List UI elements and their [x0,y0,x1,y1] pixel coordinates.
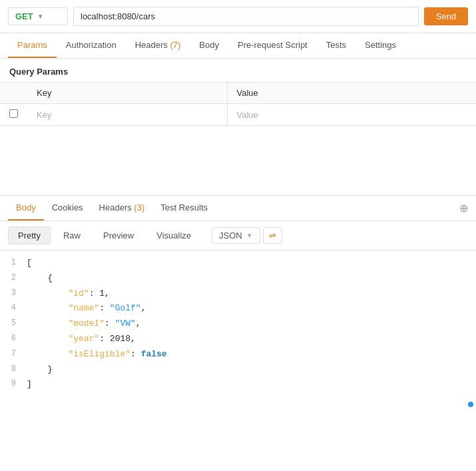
response-tab-cookies[interactable]: Cookies [44,196,91,221]
row-checkbox[interactable] [0,104,27,126]
line-content: "name": "Golf", [27,302,476,316]
wrap-button[interactable]: ⇌ [263,227,282,244]
format-tab-raw[interactable]: Raw [53,227,91,244]
bottom-indicator [0,398,476,408]
line-number: 1 [0,256,27,269]
line-number: 2 [0,272,27,284]
format-tabs-row: Pretty Raw Preview Visualize JSON ▼ ⇌ [0,221,476,250]
status-dot [468,402,473,407]
line-content: [ [27,256,476,270]
line-number: 9 [0,378,27,390]
code-line-5: 5 "model": "VW", [0,316,476,332]
line-content: "id": 1, [27,287,476,301]
tab-settings[interactable]: Settings [356,33,405,58]
params-table: Key Value Key Value [0,82,476,126]
send-button[interactable]: Send [424,7,468,25]
line-number: 6 [0,332,27,345]
line-content: "year": 2018, [27,332,476,346]
code-area: 1 [ 2 { 3 "id": 1, 4 "name": "Golf", 5 "… [0,250,476,398]
param-key-cell[interactable]: Key [27,104,227,126]
line-number: 3 [0,287,27,300]
response-tabs: Body Cookies Headers (3) Test Results ⊕ [0,196,476,221]
response-tabs-right: ⊕ [459,202,468,215]
code-line-4: 4 "name": "Golf", [0,301,476,316]
line-content: "model": "VW", [27,317,476,331]
line-content: ] [27,378,476,392]
tab-tests[interactable]: Tests [317,33,356,58]
key-col-header: Key [27,83,227,104]
format-tab-pretty[interactable]: Pretty [8,227,51,244]
format-tab-preview[interactable]: Preview [93,227,144,244]
table-row: Key Value [0,104,476,126]
tab-pre-request-script[interactable]: Pre-request Script [228,33,317,58]
request-tabs: Params Authorization Headers (7) Body Pr… [0,33,476,59]
checkbox-col-header [0,83,27,104]
response-headers-badge: (3) [134,203,144,213]
param-value-cell[interactable]: Value [227,104,476,126]
line-number: 4 [0,302,27,314]
line-number: 5 [0,317,27,330]
line-number: 7 [0,348,27,360]
code-line-2: 2 { [0,271,476,286]
value-col-header: Value [227,83,476,104]
tab-body[interactable]: Body [190,33,228,58]
code-line-7: 7 "isEligible": false [0,347,476,362]
json-type-selector[interactable]: JSON ▼ [212,227,260,244]
line-content: "isEligible": false [27,348,476,362]
code-line-9: 9 ] [0,377,476,392]
code-line-6: 6 "year": 2018, [0,332,476,347]
json-type-label: JSON [219,231,242,240]
request-bar: GET ▼ Send [0,0,476,33]
tab-headers[interactable]: Headers (7) [126,33,190,58]
spacer [0,129,476,195]
param-checkbox[interactable] [9,109,18,118]
method-selector[interactable]: GET ▼ [8,7,68,25]
code-line-3: 3 "id": 1, [0,286,476,302]
code-line-8: 8 } [0,362,476,378]
tab-params[interactable]: Params [8,33,57,58]
line-number: 8 [0,363,27,376]
globe-icon[interactable]: ⊕ [459,202,468,215]
headers-badge: (7) [170,40,180,50]
response-section: Body Cookies Headers (3) Test Results ⊕ … [0,195,476,408]
tab-authorization[interactable]: Authorization [57,33,126,58]
json-type-chevron-icon: ▼ [246,232,253,239]
query-params-title: Query Params [0,59,476,82]
url-input[interactable] [73,7,419,26]
wrap-icon: ⇌ [269,231,276,240]
response-tab-body[interactable]: Body [8,196,44,221]
line-content: } [27,363,476,377]
response-tab-headers[interactable]: Headers (3) [91,196,153,221]
line-content: { [27,272,476,286]
method-label: GET [15,11,33,21]
format-tab-visualize[interactable]: Visualize [146,227,201,244]
method-chevron-icon: ▼ [37,13,44,20]
response-tab-test-results[interactable]: Test Results [152,196,216,221]
code-line-1: 1 [ [0,256,476,271]
